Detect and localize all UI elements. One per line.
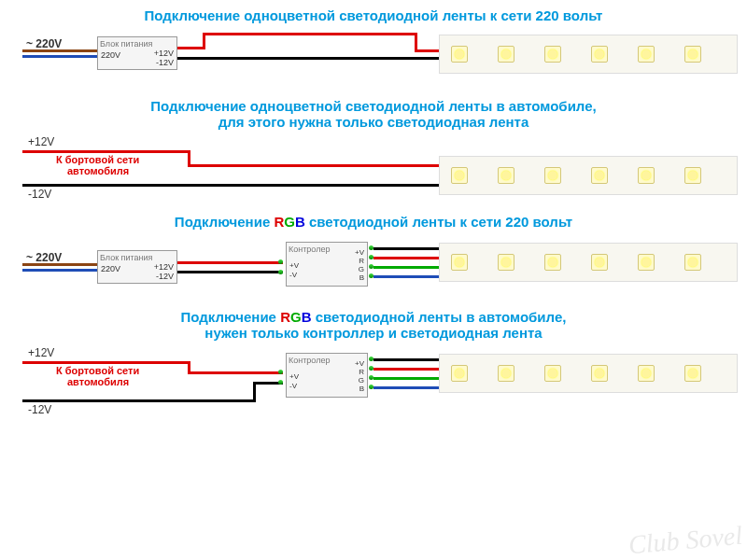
psu-p12-3: +12V — [154, 262, 174, 272]
label-car-1: К бортовой сети — [56, 154, 139, 165]
led — [638, 46, 655, 63]
term-in-p-4 — [278, 370, 283, 374]
t4-r: R — [280, 309, 290, 325]
ctrl4-in-mv: -V — [289, 382, 297, 390]
wire-red-3 — [203, 33, 417, 35]
label-p12-4: +12V — [28, 346, 54, 359]
psu-in-3: 220V — [101, 264, 120, 273]
led — [684, 46, 701, 63]
label-car-4a: К бортовой сети — [56, 365, 139, 376]
wire-red-1 — [177, 47, 205, 49]
psu-title-3: Блок питания — [100, 253, 152, 262]
led — [498, 46, 514, 63]
title-1: Подключение одноцветной светодиодной лен… — [0, 7, 747, 23]
t3-r: R — [274, 214, 284, 230]
term-in-p — [278, 259, 283, 264]
term-in-m-4 — [278, 380, 283, 385]
title-4: Подключение RGB светодиодной ленты в авт… — [0, 309, 747, 341]
diagram-4: +12V К бортовой сети автомобиля -12V Кон… — [0, 348, 747, 423]
wire-black-4a — [22, 399, 256, 402]
controller-box-4: Контролер +V -V +V R G B — [286, 353, 368, 398]
wire-red-car-3 — [188, 164, 440, 167]
t4-b: B — [302, 309, 312, 325]
watermark: Club Sovel — [627, 521, 743, 560]
wire4-out-v — [374, 358, 441, 361]
led-strip-3 — [439, 243, 738, 282]
ctrl-out-r: R — [359, 257, 364, 265]
title-2: Подключение одноцветной светодиодной лен… — [0, 98, 747, 130]
wire-red-psu-ctrl — [177, 261, 283, 264]
label-car-2: автомобиля — [67, 165, 129, 176]
title-2b: для этого нужна только светодиодная лент… — [218, 114, 529, 130]
title-3: Подключение RGB светодиодной ленты к сет… — [0, 214, 747, 230]
ctrl-in-pv: +V — [289, 261, 299, 270]
led — [451, 254, 468, 271]
psu-out-m12: -12V — [156, 58, 174, 67]
t4b: нужен только контроллер и светодиодная л… — [204, 325, 542, 341]
label-p12: +12V — [28, 135, 54, 148]
led — [544, 254, 561, 271]
wire4-out-b — [374, 386, 441, 389]
led — [451, 167, 468, 184]
ctrl-title: Контролер — [289, 245, 330, 254]
ctrl-in-mv: -V — [289, 271, 297, 279]
label-m12: -12V — [28, 188, 51, 201]
ctrl4-out-pv: +V — [355, 359, 364, 368]
wire-red-4a — [22, 361, 190, 364]
psu-title: Блок питания — [100, 39, 152, 49]
led — [451, 365, 468, 382]
led — [591, 46, 608, 63]
title-2a: Подключение одноцветной светодиодной лен… — [150, 98, 596, 114]
wire-out-b — [374, 275, 441, 278]
wire-red-car-1 — [22, 150, 190, 153]
ctrl4-in-pv: +V — [289, 372, 299, 381]
t4-g: G — [290, 309, 302, 325]
t4a-pre: Подключение — [181, 309, 281, 325]
label-m12-4: -12V — [28, 403, 51, 416]
wire-black-psu-ctrl — [177, 271, 283, 273]
led — [498, 365, 514, 382]
led — [638, 167, 655, 184]
ctrl-out-b: B — [359, 273, 364, 282]
label-220v: ~ 220V — [26, 37, 62, 50]
led — [544, 46, 561, 63]
t3-g: G — [284, 214, 295, 230]
led — [544, 167, 561, 184]
wire-black-4b — [253, 382, 256, 402]
ctrl-title-4: Контролер — [289, 356, 330, 365]
led — [451, 46, 468, 63]
led — [498, 254, 514, 271]
led — [684, 365, 701, 382]
wire-red-4c — [188, 371, 283, 374]
term-in-m — [278, 270, 283, 274]
led — [684, 254, 701, 271]
t3-pre: Подключение — [175, 214, 275, 230]
label-220v-3: ~ 220V — [26, 251, 62, 264]
led-strip-2 — [439, 156, 738, 195]
led-strip-4 — [439, 354, 738, 393]
psu-box-3: Блок питания 220V +12V -12V — [97, 250, 177, 284]
ctrl4-out-g: G — [359, 376, 364, 385]
psu-out-p12: +12V — [154, 49, 174, 58]
wire-ac-blue — [22, 55, 97, 58]
led — [638, 365, 655, 382]
ctrl4-out-b: B — [359, 385, 364, 393]
ctrl4-out-r: R — [359, 368, 364, 376]
controller-box: Контролер +V -V +V R G B — [286, 242, 368, 287]
label-car-4b: автомобиля — [67, 376, 129, 387]
led — [684, 167, 701, 184]
t4a-post: светодиодной ленты в автомобиле, — [311, 309, 566, 325]
psu-in-label: 220V — [101, 50, 120, 60]
diagram-1: ~ 220V Блок питания 220V +12V -12V — [0, 31, 747, 87]
led — [498, 167, 514, 184]
wire4-out-g — [374, 377, 441, 380]
led — [638, 254, 655, 271]
led-strip-1 — [439, 35, 738, 74]
ctrl-out-g: G — [359, 265, 364, 273]
t3-post: светодиодной ленты к сети 220 вольт — [305, 214, 572, 230]
wire-ac-blue-3 — [22, 269, 97, 272]
wire-black — [177, 57, 443, 60]
t3-b: B — [295, 214, 305, 230]
wire-black-car — [22, 184, 440, 187]
led — [591, 254, 608, 271]
